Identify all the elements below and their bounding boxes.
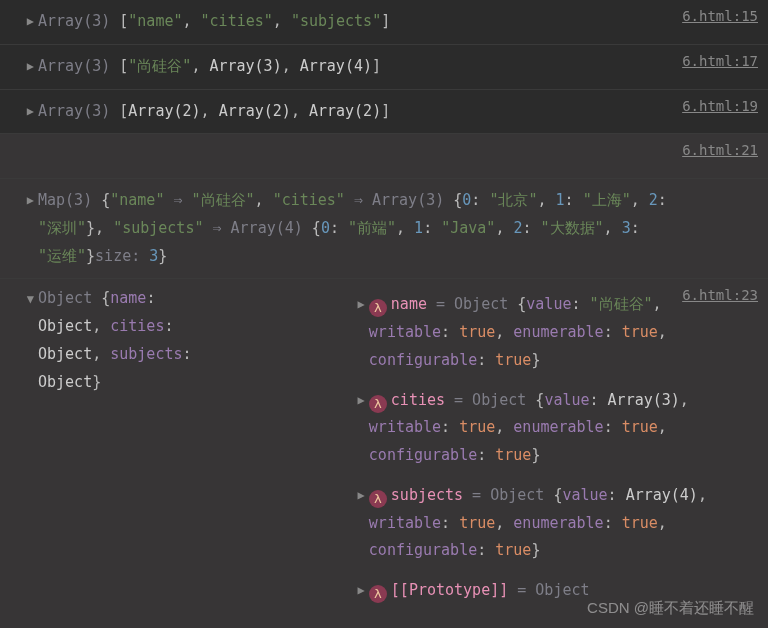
console-object-block[interactable]: 6.html:23 ▼ Object {name: Object, cities…	[0, 279, 768, 628]
lambda-badge-icon: λ	[369, 395, 387, 413]
lambda-badge-icon: λ	[369, 490, 387, 508]
object-header: Object {name: Object, cities: Object, su…	[38, 285, 313, 611]
console-row[interactable]: 6.html:21	[0, 134, 768, 179]
expand-arrow-icon[interactable]: ▶	[358, 291, 365, 374]
expand-arrow-icon[interactable]: ▼	[27, 286, 34, 612]
expand-arrow-icon[interactable]: ▶	[27, 98, 34, 126]
source-link[interactable]: 6.html:23	[682, 287, 758, 303]
console-row[interactable]: 6.html:15▶Array(3) ["name", "cities", "s…	[0, 0, 768, 45]
lambda-badge-icon: λ	[369, 299, 387, 317]
console-row[interactable]: 6.html:19▶Array(3) [Array(2), Array(2), …	[0, 90, 768, 135]
source-link[interactable]: 6.html:19	[682, 98, 758, 114]
console-row[interactable]: 6.html:17▶Array(3) ["尚硅谷", Array(3), Arr…	[0, 45, 768, 90]
source-link[interactable]: 6.html:17	[682, 53, 758, 69]
object-property[interactable]: ▶λcities = Object {value: Array(3), writ…	[313, 381, 758, 476]
expand-arrow-icon[interactable]: ▶	[27, 187, 34, 270]
watermark: CSDN @睡不着还睡不醒	[587, 599, 754, 618]
expand-arrow-icon[interactable]: ▶	[358, 577, 365, 605]
source-link[interactable]: 6.html:21	[682, 142, 758, 158]
lambda-badge-icon: λ	[369, 585, 387, 603]
expand-arrow-icon[interactable]: ▶	[27, 53, 34, 81]
source-link[interactable]: 6.html:15	[682, 8, 758, 24]
expand-arrow-icon[interactable]: ▶	[358, 482, 365, 565]
expand-arrow-icon[interactable]: ▶	[27, 8, 34, 36]
object-property[interactable]: ▶λsubjects = Object {value: Array(4), wr…	[313, 476, 758, 571]
console-row[interactable]: ▶Map(3) {"name" ⇒ "尚硅谷", "cities" ⇒ Arra…	[0, 179, 768, 279]
console-rows: 6.html:15▶Array(3) ["name", "cities", "s…	[0, 0, 768, 279]
expand-arrow-icon[interactable]: ▶	[358, 387, 365, 470]
